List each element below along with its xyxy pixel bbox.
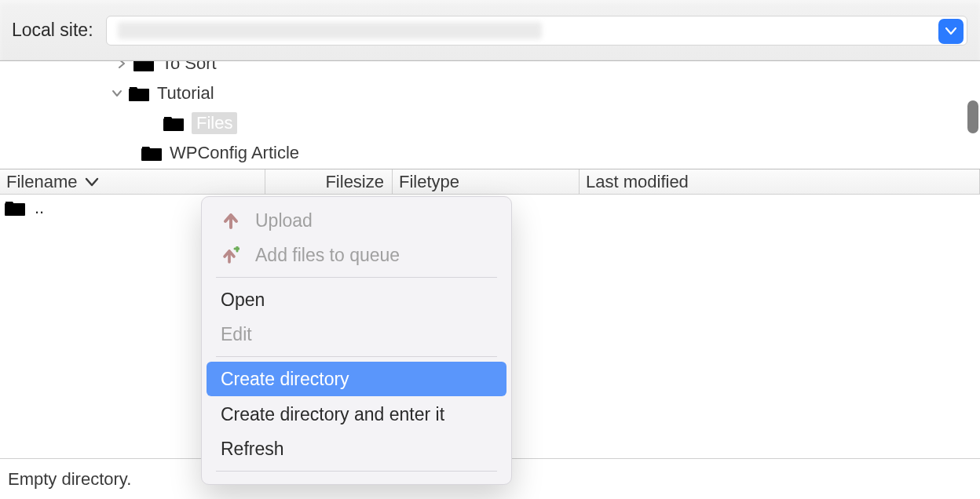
tree-item[interactable]: To Sort <box>0 61 980 78</box>
file-list-header: Filename Filesize Filetype Last modified <box>0 169 980 195</box>
tree-item[interactable]: WPConfig Article <box>0 138 980 168</box>
context-menu: Upload Add files to queue Open Edit Crea… <box>201 196 512 485</box>
column-filetype[interactable]: Filetype <box>393 169 580 194</box>
menu-separator <box>216 277 497 278</box>
tree-item-label: Files <box>192 112 237 134</box>
column-label: Filesize <box>325 172 384 192</box>
local-path-input[interactable] <box>106 16 967 46</box>
chevron-right-icon[interactable] <box>115 61 129 68</box>
menu-label: Upload <box>255 210 313 231</box>
folder-icon <box>5 199 25 217</box>
tree-item-label: To Sort <box>162 61 217 74</box>
menu-label: Create directory <box>221 369 349 390</box>
column-last-modified[interactable]: Last modified <box>580 169 980 194</box>
menu-separator <box>216 471 497 472</box>
tree-item-label: Tutorial <box>157 83 214 104</box>
upload-icon <box>221 212 241 229</box>
menu-create-directory[interactable]: Create directory <box>207 362 506 396</box>
folder-icon <box>141 144 162 162</box>
menu-separator <box>216 356 497 357</box>
column-label: Filetype <box>399 172 459 192</box>
tree-item-selected[interactable]: Files <box>0 108 980 138</box>
local-site-label: Local site: <box>12 20 93 41</box>
column-filename[interactable]: Filename <box>0 169 265 194</box>
menu-edit: Edit <box>202 317 511 351</box>
sort-descending-icon <box>85 177 99 187</box>
menu-create-directory-enter[interactable]: Create directory and enter it <box>202 397 511 432</box>
column-label: Filename <box>6 172 77 192</box>
folder-icon <box>133 61 154 72</box>
menu-add-queue: Add files to queue <box>202 238 511 272</box>
add-queue-icon <box>221 246 241 264</box>
path-dropdown-button[interactable] <box>938 19 964 44</box>
menu-upload: Upload <box>202 203 511 238</box>
column-filesize[interactable]: Filesize <box>265 169 393 194</box>
menu-label: Open <box>221 290 265 311</box>
directory-tree[interactable]: To Sort Tutorial Files WPConfig Article <box>0 61 980 169</box>
menu-label: Add files to queue <box>255 245 400 266</box>
menu-label: Refresh <box>221 439 284 460</box>
local-site-bar: Local site: <box>0 0 980 61</box>
menu-open[interactable]: Open <box>202 282 511 317</box>
chevron-down-icon[interactable] <box>110 89 124 98</box>
list-item-label: .. <box>35 198 44 218</box>
tree-item[interactable]: Tutorial <box>0 78 980 108</box>
menu-label: Edit <box>221 324 252 345</box>
folder-icon <box>129 85 149 102</box>
status-text: Empty directory. <box>8 469 131 490</box>
local-path-blurred <box>118 22 542 39</box>
column-label: Last modified <box>586 172 689 192</box>
menu-refresh[interactable]: Refresh <box>202 432 511 466</box>
tree-item-label: WPConfig Article <box>170 143 299 163</box>
tree-scrollbar[interactable] <box>967 100 978 133</box>
menu-label: Create directory and enter it <box>221 404 444 425</box>
folder-icon <box>163 115 184 132</box>
